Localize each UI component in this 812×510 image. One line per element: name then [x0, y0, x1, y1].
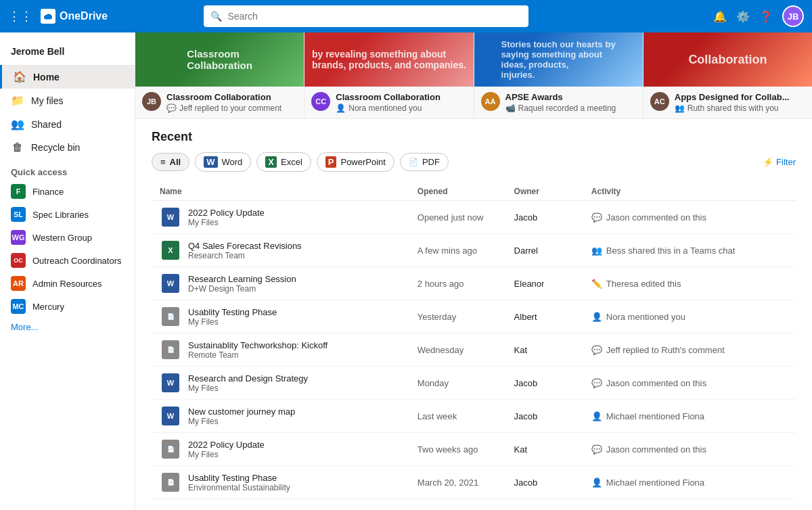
recent-title: Recent [152, 130, 796, 144]
filter-tab-word[interactable]: W Word [195, 152, 251, 172]
settings-icon[interactable]: ⚙️ [736, 10, 750, 23]
file-location-8: Environmental Sustainability [188, 483, 290, 492]
file-info-0: 2022 Policy Update My Files [188, 208, 265, 227]
quick-access-finance-label: Finance [32, 187, 64, 197]
featured-subtitle-1: 💬 Jeff replied to your comment [166, 103, 281, 113]
featured-title-2: Classroom Collaboration [336, 92, 441, 102]
activity-text-6: Michael mentioned Fiona [606, 411, 704, 421]
cell-opened-5: Monday [409, 367, 506, 400]
filter-tab-excel[interactable]: X Excel [256, 152, 311, 172]
activity-icon-4: 💬 [591, 345, 602, 355]
generic-file-icon: 📄 [162, 340, 179, 359]
finance-icon: F [11, 184, 26, 199]
featured-avatar-1: JB [142, 92, 161, 111]
file-info-4: Sustainablity Techworkshop: Kickoff Remo… [188, 340, 328, 360]
speclibs-icon: SL [11, 207, 26, 222]
generic-file-icon: 📄 [162, 307, 179, 326]
westerngroup-icon: WG [11, 230, 26, 245]
file-location-4: Remote Team [188, 350, 328, 360]
featured-card-3[interactable]: Stories touch our hearts bysaying someth… [474, 32, 644, 118]
app-logo[interactable]: OneDrive [41, 9, 108, 24]
featured-info-1: JB Classroom Collaboration 💬 Jeff replie… [135, 87, 304, 118]
sidebar: Jerome Bell 🏠 Home 📁 My files 👥 Shared 🗑… [0, 32, 135, 510]
table-row[interactable]: X Q4 Sales Forecast Revisions Research T… [152, 234, 796, 267]
excel-icon-tab: X [265, 156, 277, 168]
activity-text-7: Jason commented on this [606, 444, 706, 455]
filter-tab-pdf[interactable]: 📄 PDF [400, 153, 449, 171]
featured-card-1[interactable]: ClassroomCollaboration JB Classroom Coll… [135, 32, 304, 118]
table-row[interactable]: W 2022 Policy Update My Files Opened jus… [152, 201, 796, 234]
search-input[interactable] [227, 11, 522, 22]
file-info-5: Research and Design Strategy My Files [188, 373, 308, 393]
file-info-2: Research Learning Session D+W Design Tea… [188, 274, 296, 294]
quick-access-admin-label: Admin Resources [32, 279, 102, 289]
cell-opened-8: March 20, 2021 [409, 466, 506, 499]
cell-opened-0: Opened just now [409, 201, 506, 234]
cell-name: 📄 Usablity Testing Phase My Files [152, 300, 409, 333]
table-row[interactable]: W Research and Design Strategy My Files … [152, 367, 796, 400]
table-row[interactable]: W Research Learning Session D+W Design T… [152, 267, 796, 300]
cell-owner-8: Jacob [506, 466, 583, 499]
filter-tab-all[interactable]: ≡ All [152, 153, 189, 171]
filter-tab-ppt[interactable]: P PowerPoint [317, 152, 394, 172]
waffle-icon[interactable]: ⋮⋮ [8, 9, 32, 24]
quick-access-label: Quick access [0, 159, 135, 180]
word-icon-tab: W [204, 156, 217, 168]
mercury-icon: MC [11, 299, 26, 314]
quick-access-finance[interactable]: F Finance [0, 180, 135, 203]
app-name: OneDrive [60, 10, 108, 22]
topbar-actions: 🔔 ⚙️ ❓ JB [713, 5, 804, 27]
featured-card-2[interactable]: by revealing something aboutbrands, prod… [304, 32, 474, 118]
file-icon-3: 📄 [160, 306, 181, 327]
app-layout: Jerome Bell 🏠 Home 📁 My files 👥 Shared 🗑… [0, 32, 812, 510]
cell-owner-1: Darrel [506, 234, 583, 267]
more-link[interactable]: More... [0, 318, 135, 336]
avatar[interactable]: JB [782, 5, 804, 27]
table-row[interactable]: 📄 Usablity Testing Phase Environmental S… [152, 466, 796, 499]
shared-icon: 👥 [11, 118, 24, 131]
featured-text-3: APSE Awards 📹 Raquel recorded a meeting [505, 92, 616, 113]
sidebar-item-myfiles-label: My files [31, 95, 63, 106]
pdf-icon-tab: 📄 [409, 158, 418, 166]
cell-opened-2: 2 hours ago [409, 267, 506, 300]
help-icon[interactable]: ❓ [759, 10, 773, 23]
sidebar-item-myfiles[interactable]: 📁 My files [0, 89, 135, 112]
table-row[interactable]: W New customer journey map My Files Last… [152, 400, 796, 433]
table-row[interactable]: 📄 Usablity Testing Phase My Files Yester… [152, 300, 796, 333]
table-row[interactable]: 📄 2022 Policy Update My Files Two weeks … [152, 433, 796, 466]
cell-name: 📄 Usablity Testing Phase Environmental S… [152, 466, 409, 499]
cell-activity-7: 💬 Jason commented on this [583, 433, 796, 466]
notification-icon[interactable]: 🔔 [713, 10, 727, 23]
word-file-icon: W [162, 373, 179, 392]
filter-button[interactable]: ⚡ Filter [763, 157, 796, 167]
comment-icon-1: 💬 [166, 103, 177, 113]
quick-access-speclibs[interactable]: SL Spec Libraries [0, 203, 135, 226]
video-icon-3: 📹 [505, 103, 516, 113]
activity-text-2: Theresa edited this [606, 279, 681, 289]
search-icon: 🔍 [210, 11, 222, 22]
onedrive-logo-icon [41, 9, 55, 24]
quick-access-mercury[interactable]: MC Mercury [0, 295, 135, 318]
table-row[interactable]: 📄 Sustainablity Techworkshop: Kickoff Re… [152, 333, 796, 367]
search-bar[interactable]: 🔍 [204, 5, 528, 27]
quick-access-admin[interactable]: AR Admin Resources [0, 272, 135, 295]
quick-access-westerngroup[interactable]: WG Western Group [0, 226, 135, 249]
col-activity: Activity [583, 183, 796, 201]
file-info-8: Usablity Testing Phase Environmental Sus… [188, 473, 290, 492]
featured-thumb-2: by revealing something aboutbrands, prod… [304, 32, 473, 87]
cell-name: 📄 2022 Policy Update My Files [152, 433, 409, 466]
sidebar-item-shared-label: Shared [31, 119, 62, 130]
sidebar-item-shared[interactable]: 👥 Shared [0, 112, 135, 136]
quick-access-outreach[interactable]: OC Outreach Coordinators [0, 249, 135, 272]
file-location-2: D+W Design Team [188, 284, 296, 294]
sidebar-item-recyclebin[interactable]: 🗑 Recycle bin [0, 136, 135, 159]
excel-file-icon: X [162, 241, 179, 260]
cell-owner-2: Eleanor [506, 267, 583, 300]
cell-owner-6: Jacob [506, 400, 583, 433]
file-name-7: 2022 Policy Update [188, 440, 265, 450]
activity-text-4: Jeff replied to Ruth's comment [606, 345, 725, 355]
featured-card-4[interactable]: Collaboration AC Apps Designed for Colla… [644, 32, 812, 118]
cell-activity-8: 👤 Michael mentioned Fiona [583, 466, 796, 499]
sidebar-item-home[interactable]: 🏠 Home [0, 65, 135, 89]
generic-file-icon: 📄 [162, 473, 179, 492]
